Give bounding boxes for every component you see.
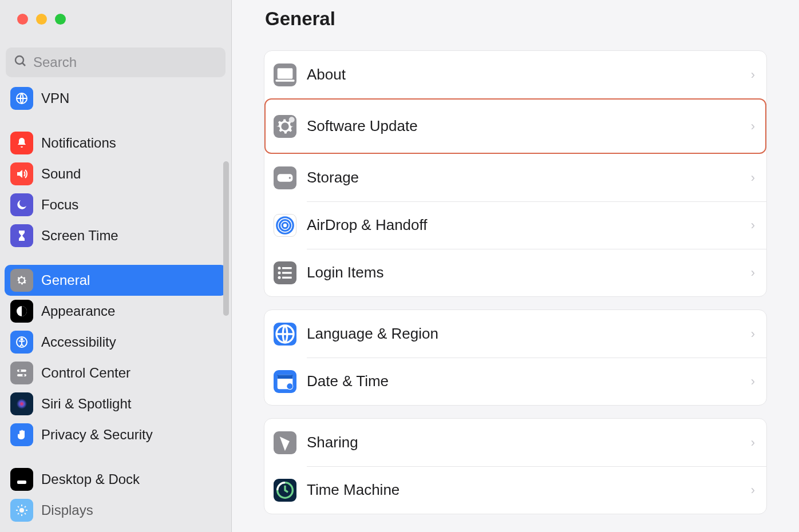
sidebar-scrollbar[interactable] [223,161,229,316]
row-label: Login Items [307,264,751,281]
row-software-update[interactable]: Software Update › [264,98,766,154]
sidebar-item-screen-time[interactable]: Screen Time [5,220,227,251]
disk-icon [274,166,296,189]
globe-icon [274,323,296,346]
sidebar-item-desktop-dock[interactable]: Desktop & Dock [5,464,227,495]
svg-point-32 [278,267,281,269]
sidebar-item-label: Screen Time [41,228,118,244]
svg-line-21 [25,513,26,514]
sidebar-item-label: Notifications [41,135,116,151]
sidebar-item-label: Control Center [41,365,130,381]
row-sharing[interactable]: Sharing › [264,419,766,466]
row-label: Time Machine [307,481,751,499]
sidebar-item-label: Accessibility [41,334,116,350]
sidebar-item-label: VPN [41,90,69,106]
svg-rect-24 [278,68,293,78]
row-time-machine[interactable]: Time Machine › [264,466,766,514]
page-title: General [264,8,767,30]
speaker-icon [10,162,33,185]
chevron-right-icon: › [751,119,755,134]
svg-line-23 [25,506,26,507]
svg-line-20 [18,506,19,507]
panel-general-2: Language & Region › Date & Time › [264,309,767,406]
bell-icon [10,132,33,154]
row-airdrop-handoff[interactable]: AirDrop & Handoff › [264,201,766,249]
row-about[interactable]: About › [264,51,766,98]
svg-point-29 [282,223,288,228]
row-label: Date & Time [307,372,751,390]
search-icon [14,54,27,70]
svg-line-1 [22,63,25,66]
sidebar: VPN Notifications Sound Focus [0,0,232,532]
svg-rect-6 [17,370,26,372]
sidebar-item-label: Siri & Spotlight [41,396,131,412]
sidebar-item-privacy-security[interactable]: Privacy & Security [5,419,227,450]
svg-rect-13 [21,482,22,483]
sidebar-item-appearance[interactable]: Appearance [5,296,227,327]
sliders-icon [10,362,33,384]
siri-icon [10,392,33,415]
contrast-icon [10,300,33,323]
svg-point-15 [19,508,24,513]
svg-rect-37 [282,276,292,278]
airdrop-icon [274,214,296,237]
chevron-right-icon: › [751,483,755,498]
sharing-icon [274,431,296,454]
svg-rect-7 [17,374,26,376]
panel-general-1: About › Software Update › Storage › AirD… [264,50,767,297]
sidebar-item-sound[interactable]: Sound [5,158,227,189]
svg-point-30 [280,220,291,231]
search-input[interactable] [33,54,217,70]
sidebar-item-label: Desktop & Dock [41,471,140,487]
row-label: About [307,66,751,84]
chevron-right-icon: › [751,265,755,280]
close-window-button[interactable] [17,14,28,25]
chevron-right-icon: › [751,435,755,450]
sidebar-item-general[interactable]: General [5,265,227,296]
minimize-window-button[interactable] [36,14,47,25]
sidebar-item-label: Appearance [41,303,115,319]
row-language-region[interactable]: Language & Region › [264,310,766,358]
sidebar-item-control-center[interactable]: Control Center [5,358,227,388]
svg-point-42 [287,383,292,389]
sidebar-item-displays[interactable]: Displays [5,495,227,526]
svg-point-26 [289,117,295,122]
sidebar-list[interactable]: VPN Notifications Sound Focus [0,83,231,532]
chevron-right-icon: › [751,170,755,185]
row-label: Software Update [307,117,751,135]
calendar-icon [274,370,296,393]
row-storage[interactable]: Storage › [264,154,766,201]
chevron-right-icon: › [751,327,755,342]
panel-general-3: Sharing › Time Machine › [264,418,767,514]
window-controls [0,0,231,25]
row-label: Language & Region [307,325,751,343]
svg-point-8 [19,370,21,372]
sidebar-item-label: Displays [41,502,93,518]
hand-icon [10,423,33,446]
svg-point-5 [21,339,23,340]
fullscreen-window-button[interactable] [55,14,66,25]
svg-line-22 [18,513,19,514]
gear-icon [10,269,33,292]
sidebar-item-label: Privacy & Security [41,427,153,443]
row-date-time[interactable]: Date & Time › [264,358,766,405]
search-box[interactable] [6,47,226,77]
chevron-right-icon: › [751,218,755,233]
sidebar-item-label: Focus [41,197,78,213]
sidebar-item-notifications[interactable]: Notifications [5,128,227,158]
sidebar-item-accessibility[interactable]: Accessibility [5,327,227,358]
timemachine-icon [274,479,296,502]
row-label: AirDrop & Handoff [307,216,751,234]
sidebar-item-focus[interactable]: Focus [5,189,227,220]
svg-rect-25 [275,80,294,81]
sidebar-item-label: Sound [41,166,81,182]
svg-rect-12 [19,482,20,483]
row-login-items[interactable]: Login Items › [264,249,766,296]
svg-point-0 [15,56,23,64]
svg-rect-33 [282,267,292,269]
sun-icon [10,499,33,522]
sidebar-item-vpn[interactable]: VPN [5,83,227,114]
sidebar-item-siri-spotlight[interactable]: Siri & Spotlight [5,388,227,419]
laptop-icon [274,63,296,86]
row-label: Sharing [307,434,751,451]
